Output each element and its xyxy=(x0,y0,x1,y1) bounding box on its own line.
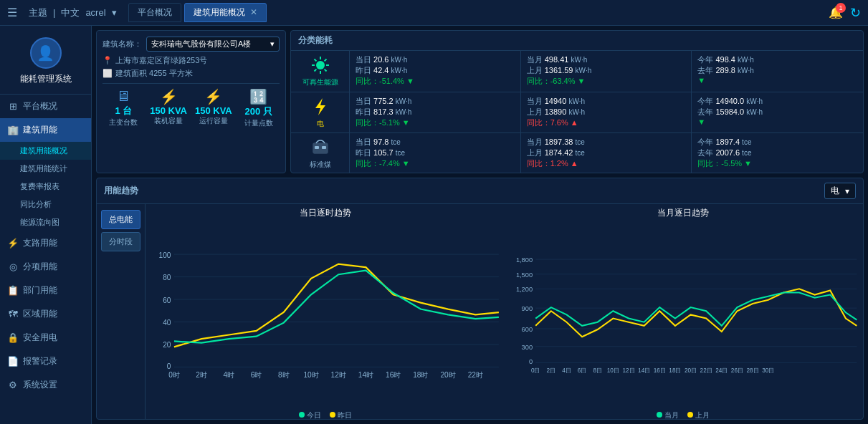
svg-text:20: 20 xyxy=(163,341,171,349)
electric-month-cell: 当月 14940 kW·h 上月 13890 kW·h 同比：7.6% ▲ xyxy=(521,92,692,133)
sidebar-item-platform[interactable]: ⊞ 平台概况 xyxy=(0,95,91,118)
svg-text:22日: 22日 xyxy=(700,367,712,374)
solar-data-row: 当日 20.6 kW·h 昨日 42.4 kW·h 同比：-51.4% ▼ 当月… xyxy=(350,51,863,92)
svg-text:4时: 4时 xyxy=(224,371,235,379)
chart-monthly-svg: 1,800 1,500 1,200 900 600 300 0 xyxy=(506,221,861,409)
coal-month-cell: 当月 1897.38 tce 上月 1874.42 tce 同比：1.2% ▲ xyxy=(521,133,692,173)
legend-today: 今日 xyxy=(307,411,321,419)
sidebar-item-report[interactable]: 📄 报警记录 xyxy=(0,350,91,373)
sidebar-sub-flow[interactable]: 能源流向图 xyxy=(0,213,91,231)
sidebar-item-safety[interactable]: 🔒 安全用电 xyxy=(0,326,91,350)
stat-label-2: 运行容量 xyxy=(193,116,235,126)
sub-flow-label: 能源流向图 xyxy=(20,217,59,228)
category-label: 分项用能 xyxy=(23,261,57,273)
bell-button[interactable]: 🔔 1 xyxy=(829,6,843,19)
sidebar-sub-compare[interactable]: 同比分析 xyxy=(0,196,91,213)
area-text: 建筑面积 4255 平方米 xyxy=(115,68,193,79)
sub-report-label: 复费率报表 xyxy=(20,181,59,192)
tab-close-icon[interactable]: ✕ xyxy=(250,7,257,17)
btn-total-energy[interactable]: 总电能 xyxy=(101,210,140,229)
energy-type-column: 可再生能源 电 标准煤 xyxy=(291,51,350,173)
electric-name: 电 xyxy=(317,119,324,129)
chart-daily-svg: 100 80 60 40 20 0 xyxy=(148,221,503,409)
building-name-label: 建筑名称： xyxy=(102,39,142,49)
main-content: 建筑名称： 安科瑞电气股份有限公司A楼 ▾ 📍 上海市嘉定区育绿路253号 ⬜ … xyxy=(92,26,868,424)
stat-icon-3: 🔢 xyxy=(237,88,280,105)
svg-text:12日: 12日 xyxy=(622,367,634,374)
btn-time-segment[interactable]: 分时段 xyxy=(101,232,140,251)
solar-name: 可再生能源 xyxy=(302,77,338,87)
tab-platform[interactable]: 平台概况 xyxy=(128,3,181,22)
stat-icon-1: ⚡ xyxy=(148,88,190,105)
svg-line-8 xyxy=(314,69,316,71)
chart-daily-legend: 今日 昨日 xyxy=(148,410,503,419)
svg-marker-9 xyxy=(315,98,325,115)
svg-text:8日: 8日 xyxy=(593,367,602,374)
bell-badge: 1 xyxy=(836,3,846,13)
svg-line-5 xyxy=(314,59,316,61)
svg-text:100: 100 xyxy=(159,251,171,259)
sidebar-sub-stats[interactable]: 建筑用能统计 xyxy=(0,160,91,178)
coal-name: 标准煤 xyxy=(310,160,331,170)
branch-label: 支路用能 xyxy=(23,237,57,249)
area-icon: 🗺 xyxy=(7,309,19,320)
area-label: 区域用能 xyxy=(23,308,57,320)
stat-block-0: 🖥 1 台 主变台数 xyxy=(102,88,145,128)
electric-year-cell: 今年 14940.0 kW·h 去年 15984.0 kW·h ▼ xyxy=(692,92,863,133)
sidebar-item-category[interactable]: ◎ 分项用能 xyxy=(0,255,91,279)
dept-icon: 📋 xyxy=(7,285,19,297)
branch-icon: ⚡ xyxy=(7,238,19,249)
sidebar-sub-overview[interactable]: 建筑用能概况 xyxy=(0,142,91,160)
chart-monthly-legend: 当月 上月 xyxy=(506,410,861,419)
svg-text:2时: 2时 xyxy=(196,371,207,379)
svg-point-0 xyxy=(316,61,325,69)
trend-title: 用能趋势 xyxy=(104,185,138,197)
chart-daily: 当日逐时趋势 100 80 60 40 20 0 xyxy=(148,207,503,416)
dept-label: 部门用能 xyxy=(23,284,57,297)
tab-bar: 平台概况 建筑用能概况 ✕ xyxy=(128,3,267,22)
stat-block-2: ⚡ 150 KVA 运行容量 xyxy=(193,88,235,128)
sidebar-item-building[interactable]: 🏢 建筑用能 xyxy=(0,118,91,142)
building-select-chevron: ▾ xyxy=(270,39,275,49)
svg-text:22时: 22时 xyxy=(468,371,483,379)
refresh-icon[interactable]: ↻ xyxy=(850,5,861,21)
sidebar-item-area[interactable]: 🗺 区域用能 xyxy=(0,302,91,326)
tab-building-energy[interactable]: 建筑用能概况 ✕ xyxy=(184,3,267,22)
svg-text:6日: 6日 xyxy=(577,367,586,374)
svg-text:12时: 12时 xyxy=(331,371,346,379)
stat-label-1: 装机容量 xyxy=(148,116,190,126)
chart-monthly-title: 当月逐日趋势 xyxy=(506,207,861,219)
user-chevron: ▾ xyxy=(112,7,117,18)
platform-label: 平台概况 xyxy=(23,100,57,112)
sidebar-item-branch[interactable]: ⚡ 支路用能 xyxy=(0,231,91,255)
trend-select-value: 电 xyxy=(831,185,839,197)
svg-rect-11 xyxy=(315,146,319,149)
lang-label: | xyxy=(53,7,55,18)
svg-text:18日: 18日 xyxy=(669,367,681,374)
stat-icon-2: ⚡ xyxy=(193,88,235,105)
svg-text:4日: 4日 xyxy=(562,367,571,374)
svg-text:600: 600 xyxy=(521,326,532,333)
svg-text:20时: 20时 xyxy=(440,371,455,379)
sidebar-sub-report[interactable]: 复费率报表 xyxy=(0,178,91,196)
sidebar-item-dept[interactable]: 📋 部门用能 xyxy=(0,279,91,302)
lang-value: 中文 xyxy=(61,6,80,19)
category-icon: ◎ xyxy=(7,261,19,273)
trend-select[interactable]: 电 ▾ xyxy=(824,183,856,199)
svg-text:26日: 26日 xyxy=(730,367,743,374)
svg-text:24日: 24日 xyxy=(715,367,728,374)
svg-text:14时: 14时 xyxy=(358,371,373,379)
building-select[interactable]: 安科瑞电气股份有限公司A楼 ▾ xyxy=(146,37,280,52)
category-title: 分类能耗 xyxy=(291,31,863,51)
svg-text:2日: 2日 xyxy=(546,367,555,374)
sidebar-item-settings[interactable]: ⚙ 系统设置 xyxy=(0,373,91,397)
svg-text:14日: 14日 xyxy=(638,367,650,374)
svg-text:0时: 0时 xyxy=(168,371,180,379)
address-icon: 📍 xyxy=(102,56,113,65)
coal-data-row: 当日 97.8 tce 昨日 105.7 tce 同比：-7.4% ▼ 当月 1… xyxy=(350,133,863,173)
theme-label: 主题 xyxy=(29,6,47,19)
sidebar-title: 能耗管理系统 xyxy=(20,73,72,85)
menu-icon[interactable]: ☰ xyxy=(7,6,17,19)
address-text: 上海市嘉定区育绿路253号 xyxy=(115,55,207,66)
svg-line-7 xyxy=(324,59,326,61)
